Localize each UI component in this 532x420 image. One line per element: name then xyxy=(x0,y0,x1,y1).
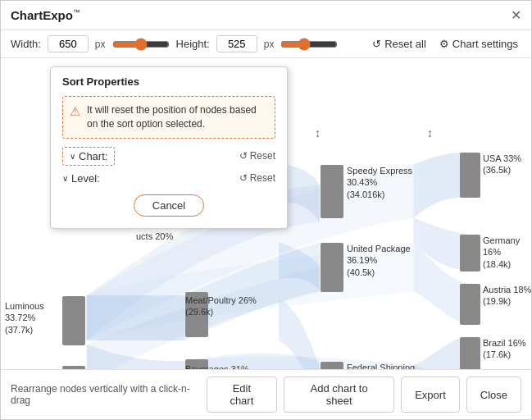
sort-chart-row: ∨ Chart: ↺ Reset xyxy=(62,147,275,166)
level-reset-label: Reset xyxy=(250,172,275,184)
node-cvs[interactable] xyxy=(62,366,85,369)
level-reset-button[interactable]: ↺ Reset xyxy=(239,172,275,184)
chart-reset-button[interactable]: ↺ Reset xyxy=(239,150,275,162)
sort-popup-title: Sort Properties xyxy=(62,75,275,88)
cancel-button[interactable]: Cancel xyxy=(134,194,204,217)
reset-icon: ↺ xyxy=(372,38,381,50)
chart-reset-label: Reset xyxy=(250,150,275,162)
chart-label-text: Chart: xyxy=(79,150,107,162)
window-close-button[interactable]: ✕ xyxy=(511,7,521,23)
bottom-hint: Rearrange nodes vertically with a click-… xyxy=(11,383,207,406)
edit-chart-button[interactable]: Edit chart xyxy=(207,377,278,413)
node-usa-label: USA 33%(36.5k) xyxy=(483,153,531,176)
node-meat-label: Meat/Poultry 26%(29.6k) xyxy=(185,294,267,318)
sort-warning: ⚠ It will reset the position of nodes ba… xyxy=(62,96,275,139)
col4-sort-arrow: ↕ xyxy=(427,126,433,139)
reset-all-label: Reset all xyxy=(384,38,426,50)
node-cvs-label: CVS 25.62% (28.6k) xyxy=(5,368,61,369)
close-button[interactable]: Close xyxy=(466,377,521,413)
node-austria[interactable] xyxy=(460,284,480,325)
sort-popup: Sort Properties ⚠ It will reset the posi… xyxy=(50,66,288,229)
node-speedy-label: Speedy Express 30.43%(34.016k) xyxy=(347,165,437,200)
reset-level-icon: ↺ xyxy=(239,172,248,184)
node-united-label: United Package 36.19%(40.5k) xyxy=(347,243,437,278)
node-germany-label: Germany 16%(18.4k) xyxy=(483,235,531,270)
app-trademark: ™ xyxy=(73,8,80,16)
confectionery-label: ucts 20% xyxy=(136,231,226,242)
node-beverages-label: Beverages 31% (34.1k) xyxy=(185,363,275,369)
node-united[interactable] xyxy=(321,243,343,292)
export-button[interactable]: Export xyxy=(401,377,460,413)
level-label-text: Level: xyxy=(71,172,100,185)
app-window: ChartExpo™ ✕ Width: px Height: px ↺ Rese… xyxy=(0,0,532,420)
width-input[interactable] xyxy=(48,35,89,52)
node-brazil-label: Brazil 16%(17.6k) xyxy=(483,337,531,361)
width-slider[interactable] xyxy=(112,38,170,51)
node-germany[interactable] xyxy=(460,235,480,272)
width-unit: px xyxy=(95,39,106,50)
height-input[interactable] xyxy=(216,35,257,52)
node-luminous-label: Luminous 33.72%(37.7k) xyxy=(5,300,61,336)
add-chart-button[interactable]: Add chart to sheet xyxy=(284,377,394,413)
reset-all-button[interactable]: ↺ Reset all xyxy=(369,36,430,52)
col3-sort-arrow: ↕ xyxy=(315,126,321,139)
node-usa[interactable] xyxy=(460,153,480,198)
node-brazil[interactable] xyxy=(460,337,480,369)
app-name: ChartExpo xyxy=(11,8,73,22)
sort-chart-label: ∨ Chart: xyxy=(62,147,115,166)
node-federal[interactable] xyxy=(321,362,343,369)
reset-chart-icon: ↺ xyxy=(239,150,248,162)
width-label: Width: xyxy=(11,38,41,50)
width-slider-container xyxy=(112,38,170,51)
chart-settings-button[interactable]: ⚙ Chart settings xyxy=(436,36,521,52)
node-austria-label: Austria 18%(19.9k) xyxy=(483,284,531,308)
settings-icon: ⚙ xyxy=(439,38,449,50)
height-slider[interactable] xyxy=(280,38,338,51)
node-speedy[interactable] xyxy=(321,165,343,218)
height-slider-container xyxy=(280,38,338,51)
toolbar: Width: px Height: px ↺ Reset all ⚙ Chart… xyxy=(1,30,531,58)
sort-level-row: ∨ Level: ↺ Reset xyxy=(62,172,275,185)
chevron-level-icon: ∨ xyxy=(62,174,68,183)
bottom-bar: Rearrange nodes vertically with a click-… xyxy=(1,369,531,419)
chevron-down-icon: ∨ xyxy=(70,152,75,161)
bottom-actions: Edit chart Add chart to sheet Export Clo… xyxy=(207,377,521,413)
node-luminous[interactable] xyxy=(62,296,85,345)
chart-area: Sort Properties ⚠ It will reset the posi… xyxy=(1,58,531,369)
warning-text: It will reset the position of nodes base… xyxy=(87,103,268,131)
app-title: ChartExpo™ xyxy=(11,8,80,22)
height-label: Height: xyxy=(176,38,210,50)
chart-settings-label: Chart settings xyxy=(452,38,518,50)
sort-level-label: ∨ Level: xyxy=(62,172,100,185)
node-federal-label: Federal Shipping33.38% (37.3k) xyxy=(347,362,437,369)
warning-icon: ⚠ xyxy=(70,104,80,119)
title-bar: ChartExpo™ ✕ xyxy=(1,1,531,30)
height-unit: px xyxy=(264,39,275,50)
